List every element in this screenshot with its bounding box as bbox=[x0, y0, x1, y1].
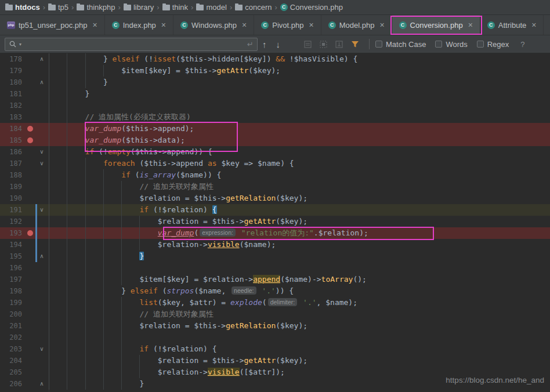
line-number[interactable]: 183 bbox=[0, 111, 26, 123]
close-icon[interactable]: × bbox=[379, 20, 384, 30]
fold-down-icon[interactable]: ∨ bbox=[39, 160, 44, 166]
close-icon[interactable]: × bbox=[531, 20, 536, 30]
breakpoint-gutter[interactable] bbox=[26, 274, 35, 285]
breakpoint-gutter[interactable] bbox=[26, 88, 35, 100]
code-line-200[interactable]: 200// 追加关联对象属性 bbox=[0, 308, 550, 320]
breakpoint-gutter[interactable] bbox=[26, 169, 35, 181]
preserve-case-icon[interactable] bbox=[331, 41, 347, 48]
fold-up-icon[interactable]: ∧ bbox=[39, 253, 44, 259]
fold-gutter[interactable] bbox=[35, 285, 49, 297]
chevron-down-icon[interactable]: ▾ bbox=[19, 42, 21, 47]
line-number[interactable]: 198 bbox=[0, 285, 26, 297]
breadcrumb-item-thinkphp[interactable]: thinkphp bbox=[75, 3, 117, 12]
breakpoint-gutter[interactable] bbox=[26, 239, 35, 251]
fold-gutter[interactable] bbox=[35, 88, 49, 100]
breakpoint-icon[interactable] bbox=[27, 126, 33, 132]
match-case-toggle[interactable]: Match Case bbox=[375, 40, 426, 49]
close-icon[interactable]: × bbox=[468, 20, 473, 30]
line-number[interactable]: 204 bbox=[0, 355, 26, 366]
breadcrumb-item-concern[interactable]: concern bbox=[233, 3, 273, 12]
code-line-202[interactable]: 202 bbox=[0, 332, 550, 343]
breakpoint-gutter[interactable] bbox=[26, 320, 35, 332]
code-line-197[interactable]: 197$item[$key] = $relation->append($name… bbox=[0, 274, 550, 285]
tab-index-php[interactable]: CIndex.php× bbox=[105, 15, 173, 35]
fold-gutter[interactable]: ∧ bbox=[35, 378, 49, 390]
fold-up-icon[interactable]: ∧ bbox=[39, 56, 44, 62]
close-icon[interactable]: × bbox=[161, 20, 166, 30]
select-all-occurrences-icon[interactable] bbox=[300, 41, 316, 48]
close-icon[interactable]: × bbox=[309, 20, 313, 30]
code-line-198[interactable]: 198} elseif (strpos($name, needle: '.'))… bbox=[0, 285, 550, 297]
code-line-203[interactable]: 203∨if (!$relation) { bbox=[0, 343, 550, 355]
tab-tp51-unser-poc-php[interactable]: phptp51_unser_poc.php× bbox=[0, 15, 105, 35]
fold-gutter[interactable] bbox=[35, 123, 49, 135]
breakpoint-icon[interactable] bbox=[27, 137, 33, 143]
code-line-182[interactable]: 182 bbox=[0, 100, 550, 111]
fold-gutter[interactable] bbox=[35, 262, 49, 274]
line-number[interactable]: 179 bbox=[0, 65, 26, 77]
find-next-button[interactable]: ↓ bbox=[272, 39, 285, 49]
line-number[interactable]: 184 bbox=[0, 123, 26, 135]
breadcrumb-item-think[interactable]: think bbox=[161, 3, 190, 12]
fold-gutter[interactable] bbox=[35, 111, 49, 123]
filter-icon[interactable] bbox=[347, 41, 363, 48]
checkbox-icon[interactable] bbox=[435, 41, 442, 48]
line-number[interactable]: 200 bbox=[0, 308, 26, 320]
code-line-193[interactable]: 193var_dump(expression: "relation的值为:".$… bbox=[0, 227, 550, 239]
tab-model-php[interactable]: CModel.php× bbox=[321, 15, 392, 35]
fold-down-icon[interactable]: ∨ bbox=[39, 346, 44, 352]
line-number[interactable]: 193 bbox=[0, 227, 26, 239]
code-line-204[interactable]: 204$relation = $this->getAttr($key); bbox=[0, 355, 550, 366]
code-line-191[interactable]: 191∨if (!$relation) { bbox=[0, 204, 550, 216]
breakpoint-gutter[interactable] bbox=[26, 216, 35, 227]
line-number[interactable]: 188 bbox=[0, 169, 26, 181]
fold-gutter[interactable] bbox=[35, 193, 49, 204]
code-line-201[interactable]: 201$relation = $this->getRelation($key); bbox=[0, 320, 550, 332]
code-line-181[interactable]: 181} bbox=[0, 88, 550, 100]
fold-gutter[interactable] bbox=[35, 181, 49, 193]
breakpoint-gutter[interactable] bbox=[26, 77, 35, 88]
breakpoint-gutter[interactable] bbox=[26, 204, 35, 216]
code-line-194[interactable]: 194$relation->visible($name); bbox=[0, 239, 550, 251]
fold-gutter[interactable]: ∧ bbox=[35, 53, 49, 65]
line-number[interactable]: 185 bbox=[0, 135, 26, 146]
breakpoint-gutter[interactable] bbox=[26, 251, 35, 262]
code-line-196[interactable]: 196 bbox=[0, 262, 550, 274]
line-number[interactable]: 181 bbox=[0, 88, 26, 100]
fold-gutter[interactable] bbox=[35, 100, 49, 111]
fold-down-icon[interactable]: ∨ bbox=[39, 206, 44, 213]
code-line-178[interactable]: 178∧} elseif (!isset($this->hidden[$key]… bbox=[0, 53, 550, 65]
code-line-186[interactable]: 186∨if (!empty($this->append)) { bbox=[0, 146, 550, 158]
code-line-179[interactable]: 179$item[$key] = $this->getAttr($key); bbox=[0, 65, 550, 77]
breadcrumb-item-library[interactable]: library bbox=[122, 3, 155, 12]
line-number[interactable]: 178 bbox=[0, 53, 26, 65]
code-line-192[interactable]: 192$relation = $this->getAttr($key); bbox=[0, 216, 550, 227]
code-line-190[interactable]: 190$relation = $this->getRelation($key); bbox=[0, 193, 550, 204]
line-number[interactable]: 186 bbox=[0, 146, 26, 158]
breakpoint-gutter[interactable] bbox=[26, 332, 35, 343]
search-field[interactable]: ▾ ↵ bbox=[5, 38, 258, 51]
breakpoint-gutter[interactable] bbox=[26, 193, 35, 204]
breakpoint-gutter[interactable] bbox=[26, 308, 35, 320]
code-line-185[interactable]: 185var_dump($this->data); bbox=[0, 135, 550, 146]
breadcrumb-item-htdocs[interactable]: htdocs bbox=[3, 3, 42, 12]
line-number[interactable]: 190 bbox=[0, 193, 26, 204]
tab-windows-php[interactable]: CWindows.php× bbox=[173, 15, 254, 35]
fold-gutter[interactable]: ∨ bbox=[35, 158, 49, 169]
code-line-189[interactable]: 189// 追加关联对象属性 bbox=[0, 181, 550, 193]
breakpoint-gutter[interactable] bbox=[26, 146, 35, 158]
line-number[interactable]: 202 bbox=[0, 332, 26, 343]
help-button[interactable]: ? bbox=[520, 40, 524, 49]
close-icon[interactable]: × bbox=[93, 20, 97, 30]
code-line-184[interactable]: 184var_dump($this->append); bbox=[0, 123, 550, 135]
fold-gutter[interactable] bbox=[35, 366, 49, 378]
fold-down-icon[interactable]: ∨ bbox=[39, 148, 44, 155]
breakpoint-icon[interactable] bbox=[27, 230, 33, 236]
line-number[interactable]: 196 bbox=[0, 262, 26, 274]
breakpoint-gutter[interactable] bbox=[26, 262, 35, 274]
breakpoint-gutter[interactable] bbox=[26, 65, 35, 77]
code-line-199[interactable]: 199list($key, $attr) = explode(delimiter… bbox=[0, 297, 550, 308]
fold-gutter[interactable] bbox=[35, 135, 49, 146]
line-number[interactable]: 180 bbox=[0, 77, 26, 88]
code-line-187[interactable]: 187∨foreach ($this->append as $key => $n… bbox=[0, 158, 550, 169]
